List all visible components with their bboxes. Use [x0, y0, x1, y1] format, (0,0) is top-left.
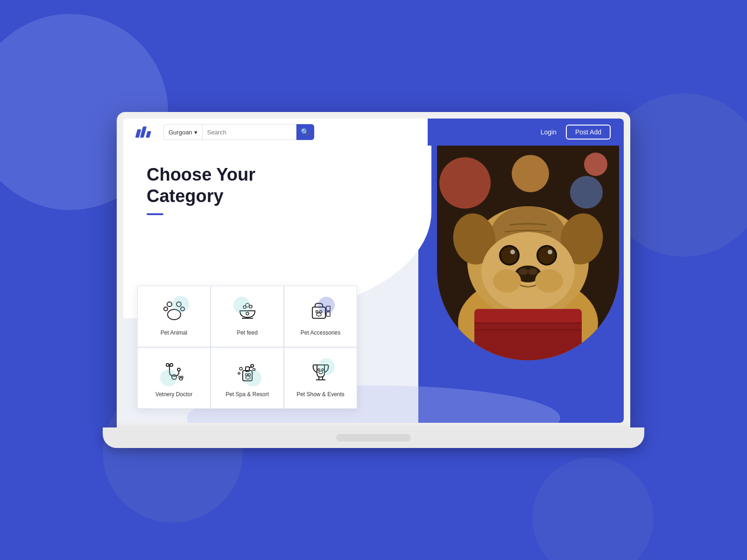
icon-blob-teal — [172, 296, 189, 313]
screen-content: Gurgoan ▾ 🔍 Login Post Add — [123, 119, 624, 423]
search-button[interactable]: 🔍 — [296, 124, 314, 140]
laptop-frame: Gurgoan ▾ 🔍 Login Post Add — [117, 112, 630, 448]
svg-point-21 — [535, 269, 563, 293]
category-label-vetnery-doctor: Vetnery Doctor — [155, 391, 192, 398]
spa-icon — [233, 358, 261, 386]
accessories-icon — [307, 297, 335, 325]
hero-title: Choose Your Category — [147, 164, 255, 207]
svg-point-38 — [316, 311, 318, 313]
laptop-base — [103, 427, 644, 448]
category-label-pet-feed: Pet feed — [237, 329, 258, 336]
category-label-pet-spa: Pet Spa & Resort — [226, 391, 269, 398]
title-underline — [147, 213, 163, 215]
svg-point-2 — [512, 155, 549, 192]
bg-decoration-4 — [532, 457, 654, 560]
category-label-pet-show: Pet Show & Events — [296, 391, 345, 398]
svg-point-13 — [501, 247, 518, 264]
icon-blob-teal-3 — [160, 370, 177, 386]
hero-title-area: Choose Your Category — [147, 164, 255, 215]
svg-point-56 — [238, 372, 240, 374]
icon-blob-teal-2 — [233, 297, 250, 314]
search-input-wrap — [202, 124, 296, 140]
chevron-down-icon: ▾ — [194, 129, 197, 136]
icon-blob-blue-1 — [318, 297, 335, 314]
category-label-pet-animal: Pet Animal — [161, 329, 187, 336]
svg-point-40 — [317, 313, 321, 316]
search-input[interactable] — [203, 125, 296, 140]
category-label-pet-accessories: Pet Accessories — [301, 329, 340, 336]
login-button[interactable]: Login — [541, 128, 557, 136]
svg-point-28 — [164, 307, 168, 311]
hero-section: Choose Your Category — [123, 146, 624, 423]
svg-point-20 — [493, 269, 521, 293]
paw-icon — [160, 297, 188, 325]
icon-blob-teal-5 — [318, 358, 335, 375]
logo-icon — [136, 126, 150, 138]
location-label: Gurgoan — [169, 129, 192, 136]
trackpad — [336, 434, 411, 441]
svg-point-49 — [179, 378, 183, 380]
stethoscope-icon — [160, 358, 188, 386]
logo-bar-3 — [146, 131, 151, 138]
svg-point-15 — [510, 250, 515, 254]
svg-rect-23 — [474, 309, 582, 323]
category-pet-animal[interactable]: Pet Animal — [138, 286, 210, 347]
screen-bezel: Gurgoan ▾ 🔍 Login Post Add — [117, 112, 630, 429]
svg-point-53 — [251, 364, 254, 367]
post-add-button[interactable]: Post Add — [566, 125, 611, 140]
trophy-icon — [307, 358, 335, 386]
svg-point-4 — [584, 153, 607, 176]
svg-point-1 — [439, 157, 491, 209]
svg-point-19 — [528, 268, 537, 275]
category-pet-accessories[interactable]: Pet Accessories — [284, 286, 357, 347]
logo[interactable] — [136, 126, 150, 138]
svg-point-16 — [548, 250, 552, 254]
svg-point-36 — [246, 312, 249, 315]
category-pet-feed[interactable]: Pet feed — [211, 286, 283, 347]
category-grid: Pet Animal — [137, 286, 357, 409]
svg-point-54 — [240, 367, 242, 370]
svg-point-45 — [166, 364, 169, 366]
laptop-screen: Gurgoan ▾ 🔍 Login Post Add — [123, 119, 624, 423]
search-area: Gurgoan ▾ 🔍 — [163, 124, 314, 140]
category-vetnery-doctor[interactable]: Vetnery Doctor — [138, 348, 210, 408]
pug-image — [437, 136, 619, 360]
svg-point-3 — [570, 176, 603, 209]
svg-point-26 — [167, 302, 172, 307]
location-dropdown[interactable]: Gurgoan ▾ — [163, 124, 202, 140]
category-pet-show[interactable]: Pet Show & Events — [284, 348, 357, 408]
svg-point-46 — [170, 364, 173, 366]
category-pet-spa[interactable]: Pet Spa & Resort — [211, 348, 283, 408]
pug-image-container — [437, 136, 619, 360]
search-icon: 🔍 — [301, 128, 310, 136]
svg-point-18 — [519, 268, 528, 275]
icon-blob-teal-4 — [245, 370, 261, 386]
svg-point-14 — [538, 247, 555, 264]
header: Gurgoan ▾ 🔍 Login Post Add — [123, 119, 624, 146]
header-blue-section: Login Post Add — [428, 119, 624, 146]
svg-point-43 — [177, 368, 180, 371]
bowl-icon — [233, 297, 261, 325]
